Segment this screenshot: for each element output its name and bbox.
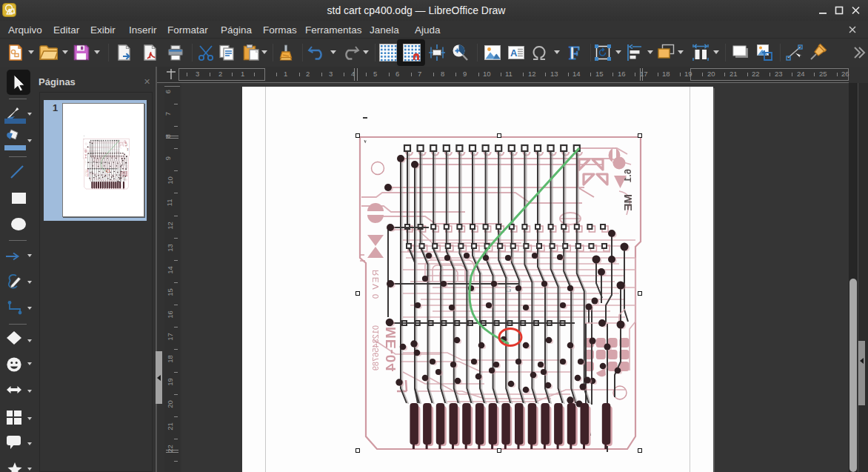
svg-text:F: F <box>569 44 580 62</box>
svg-text:0123456789: 0123456789 <box>84 169 86 176</box>
svg-text:6.1: 6.1 <box>622 169 633 182</box>
svg-text:REV 0: REV 0 <box>371 270 380 300</box>
svg-text:ME: ME <box>621 194 634 211</box>
svg-text:6.1: 6.1 <box>126 144 127 147</box>
svg-text:ME-04: ME-04 <box>87 170 90 177</box>
svg-text:ME-04: ME-04 <box>383 327 398 372</box>
svg-text:REV 0: REV 0 <box>84 160 86 165</box>
svg-text:0123456789: 0123456789 <box>371 325 380 370</box>
svg-text:ME: ME <box>127 148 129 151</box>
svg-text:A: A <box>510 47 518 59</box>
